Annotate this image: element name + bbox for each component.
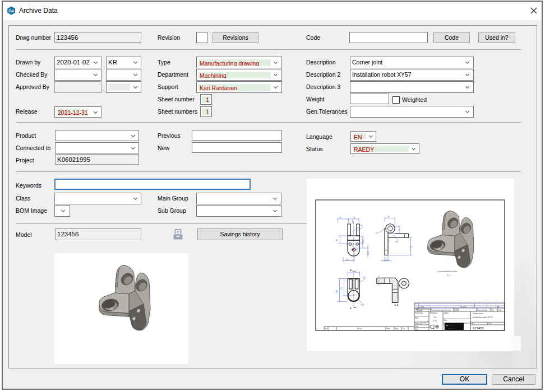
svg-text:Suun. 12.04.12: Suun. 12.04.12 [415,323,426,325]
svg-text:63: 63 [361,225,363,227]
svg-text:a: a [427,320,428,322]
svg-text:A: A [350,307,352,310]
svg-text:R4: R4 [361,304,364,306]
svg-text:(1:1): (1:1) [433,320,437,322]
svg-text:36: 36 [336,239,338,241]
svg-text:R4: R4 [395,241,398,243]
svg-text:10: 10 [339,217,341,219]
svg-text:Rev: Rev [325,328,328,330]
svg-text:A: A [350,269,352,272]
svg-text:Trk: Trk [403,328,405,330]
svg-text:Tyyppi: Tyyppi [444,312,449,314]
svg-text:Viite: Viite [444,319,447,321]
svg-text:M12: M12 [367,251,370,255]
svg-text:. . . . . . . .: . . . . . . . . [448,327,455,329]
svg-text:Pvm: Pvm [387,328,390,330]
svg-text:Hyvaksynyt: Hyvaksynyt [415,312,423,314]
svg-text:MM: MM [497,306,500,308]
svg-text:Last: Last [488,323,492,325]
svg-text:11: 11 [410,246,413,248]
svg-text:Luonnollinen koko: Luonnollinen koko [437,270,458,273]
svg-text:Hyv: Hyv [395,328,398,330]
svg-text:Hyv.: Hyv. [415,328,418,330]
svg-text:Nimi: Nimi [415,317,418,319]
svg-text:1:2: 1:2 [433,316,437,319]
svg-text:1: 1 [415,304,416,306]
svg-text:15: 15 [399,229,401,231]
svg-text:No.: No. [472,323,474,325]
svg-text:13: 13 [376,232,378,235]
svg-text:10: 10 [385,259,387,261]
svg-text:Tila: Tila [491,309,494,311]
svg-text:40: 40 [352,270,354,273]
svg-text:G4: G4 [8,9,13,13]
svg-text:◆ . . . . . . .: ◆ . . . . . . . [446,324,454,326]
svg-text:R4: R4 [363,277,366,279]
svg-text:ja pvm: ja pvm [454,310,459,312]
svg-text:A-A: A-A [394,304,398,306]
svg-text:Muutos: Muutos [357,328,363,330]
svg-text:Tark.: Tark. [415,325,418,328]
svg-text:100: 100 [336,290,338,293]
svg-text:M12: M12 [362,239,364,243]
svg-text:1:1: 1:1 [447,274,451,277]
svg-text:29: 29 [346,259,348,261]
svg-text:Suun. ohj. hyv.: Suun. ohj. hyv. [477,309,488,311]
svg-text:40: 40 [387,216,390,218]
svg-text:Installation robot XY57: Installation robot XY57 [473,316,493,319]
svg-text:Lehti: Lehti [498,309,501,311]
svg-text:Corner joint: Corner joint [473,312,483,315]
svg-text:24: 24 [353,217,355,219]
svg-text:lis.4524: lis.4524 [461,306,467,308]
svg-text:Mittakaava: Mittakaava [430,312,438,314]
svg-text:Suunnittelija, pvm / hyv. pvm: Suunnittelija, pvm / hyv. pvm [431,309,451,311]
svg-text:123456: 123456 [473,326,484,330]
svg-text:75: 75 [340,287,343,290]
